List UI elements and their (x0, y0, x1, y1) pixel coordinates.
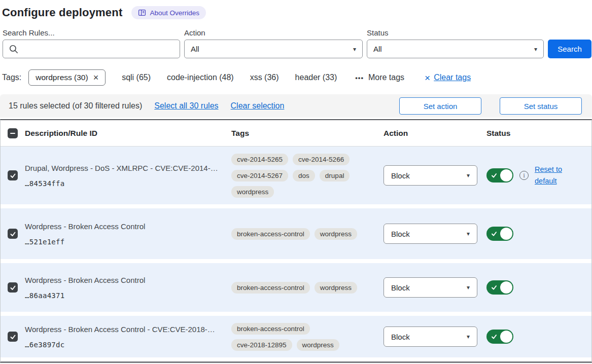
toggle-knob (500, 331, 512, 343)
rule-tag: wordpress (315, 282, 357, 294)
rule-status-toggle-on[interactable] (486, 330, 513, 344)
action-filter-value: All (191, 45, 199, 53)
toggle-knob (500, 228, 512, 240)
close-icon: × (425, 73, 430, 83)
selection-bar: 15 rules selected (of 30 filtered rules)… (0, 94, 592, 118)
rule-tag: broken-access-control (231, 282, 310, 294)
table-header-row: Description/Rule ID Tags Action Status (1, 120, 591, 147)
action-filter-label: Action (184, 28, 363, 37)
rule-description: Drupal, Wordpress - DoS - XMLRPC - CVE:C… (25, 163, 223, 173)
rule-id: …84534ffa (25, 179, 223, 188)
search-rules-input[interactable] (22, 45, 173, 53)
book-icon (138, 9, 146, 17)
rules-table: Description/Rule ID Tags Action Status D… (0, 119, 592, 363)
rule-tag: cve-2014-5267 (231, 170, 288, 181)
rule-tag: drupal (320, 170, 350, 181)
chevron-down-icon: ▾ (467, 284, 470, 291)
rule-id: …521e1eff (25, 238, 223, 246)
about-overrides-label: About Overrides (150, 9, 199, 17)
set-status-button[interactable]: Set status (500, 97, 582, 115)
tag-option-sqli[interactable]: sqli (65) (122, 73, 151, 82)
rule-action-select[interactable]: Block ▾ (384, 224, 477, 244)
tag-option-code-injection[interactable]: code-injection (48) (167, 73, 234, 82)
chevron-down-icon: ▾ (467, 230, 470, 237)
toggle-knob (500, 281, 512, 294)
select-all-checkbox-indeterminate[interactable] (8, 128, 18, 138)
chevron-down-icon: ▾ (467, 333, 470, 340)
column-header-description: Description/Rule ID (25, 129, 231, 138)
search-rules-label: Search Rules... (3, 28, 180, 37)
select-all-link[interactable]: Select all 30 rules (154, 101, 218, 111)
reset-to-default-link[interactable]: Reset to default (535, 164, 567, 187)
rule-tag: broken-access-control (231, 228, 310, 240)
rule-status-toggle-on[interactable] (486, 168, 513, 183)
action-filter-select[interactable]: All ▾ (184, 40, 363, 58)
rule-action-value: Block (391, 283, 410, 292)
tag-option-xss[interactable]: xss (36) (250, 73, 279, 82)
rule-tag: dos (293, 170, 315, 181)
status-filter-label: Status (367, 28, 544, 37)
rule-action-value: Block (391, 333, 410, 341)
info-icon[interactable]: i (519, 171, 529, 180)
rule-action-select[interactable]: Block ▾ (384, 326, 477, 347)
selected-tag-label: wordpress (30) (36, 73, 88, 82)
search-rules-box (3, 40, 180, 58)
rule-description: Wordpress - Broken Access Control - CVE:… (25, 324, 223, 335)
rule-tag: wordpress (231, 186, 274, 198)
rule-tag: broken-access-control (231, 323, 310, 335)
table-row: Wordpress - Broken Access Control …86aa4… (1, 263, 591, 312)
selected-tag-wordpress[interactable]: wordpress (30) × (28, 69, 106, 86)
rule-status-toggle-on[interactable] (486, 280, 513, 295)
chevron-down-icon: ▾ (467, 172, 470, 179)
ellipsis-icon: ••• (355, 74, 364, 82)
more-tags-button[interactable]: ••• More tags (355, 73, 404, 82)
row-checkbox-checked[interactable] (8, 170, 18, 180)
rule-action-select[interactable]: Block ▾ (384, 165, 477, 186)
column-header-tags: Tags (231, 129, 384, 138)
rule-status-toggle-on[interactable] (486, 227, 513, 241)
rule-tag: wordpress (315, 228, 357, 240)
rule-id: …6e3897dc (25, 341, 223, 349)
selection-summary: 15 rules selected (of 30 filtered rules) (9, 101, 142, 111)
remove-tag-icon[interactable]: × (93, 73, 99, 82)
rule-action-select[interactable]: Block ▾ (384, 277, 477, 298)
row-checkbox-checked[interactable] (8, 332, 18, 342)
row-checkbox-checked[interactable] (8, 229, 18, 239)
clear-tags-link[interactable]: × Clear tags (425, 73, 471, 83)
status-filter-select[interactable]: All ▾ (367, 40, 544, 58)
rule-action-value: Block (391, 230, 410, 238)
rule-tag: cve-2014-5265 (231, 154, 288, 165)
clear-selection-link[interactable]: Clear selection (231, 101, 285, 111)
toggle-knob (500, 169, 512, 181)
rule-action-value: Block (391, 171, 410, 180)
row-checkbox-checked[interactable] (8, 282, 18, 293)
page-title: Configure deployment (2, 6, 122, 19)
rule-tag: wordpress (297, 339, 339, 351)
rule-tag: cve-2014-5266 (293, 154, 350, 165)
set-action-button[interactable]: Set action (399, 97, 481, 115)
table-row: Wordpress - Broken Access Control - CVE:… (1, 316, 591, 357)
clear-tags-label: Clear tags (434, 73, 471, 82)
column-header-status: Status (486, 129, 591, 138)
tag-option-header[interactable]: header (33) (295, 73, 337, 82)
rule-description: Wordpress - Broken Access Control (25, 275, 223, 285)
table-row: Drupal, Wordpress - DoS - XMLRPC - CVE:C… (1, 147, 591, 204)
more-tags-label: More tags (368, 73, 404, 82)
chevron-down-icon: ▾ (353, 46, 356, 53)
search-icon (9, 45, 18, 54)
rule-description: Wordpress - Broken Access Control (25, 222, 223, 232)
tags-label: Tags: (2, 73, 21, 82)
table-row: Wordpress - Broken Access Control …521e1… (1, 208, 591, 259)
status-filter-value: All (373, 45, 382, 53)
rule-id: …86aa4371 (25, 292, 223, 300)
about-overrides-badge[interactable]: About Overrides (131, 6, 206, 19)
search-button[interactable]: Search (548, 40, 591, 58)
column-header-action: Action (384, 129, 486, 138)
chevron-down-icon: ▾ (534, 46, 537, 53)
rule-tag: cve-2018-12895 (231, 339, 292, 351)
